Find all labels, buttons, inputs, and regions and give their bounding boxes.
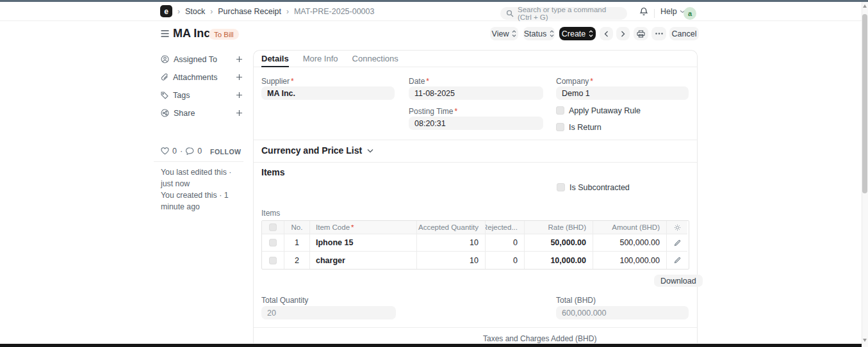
sidebar-toggle-icon[interactable] xyxy=(161,30,169,37)
rate-cell[interactable]: 10,000.00 xyxy=(525,252,593,269)
total-quantity-field[interactable]: 20 xyxy=(261,306,396,319)
sidebar-item-share[interactable]: Share xyxy=(161,108,243,118)
breadcrumb: › Stock › Purchase Receipt › MAT-PRE-202… xyxy=(177,2,374,21)
help-menu[interactable]: Help xyxy=(660,2,685,21)
col-no: No. xyxy=(284,221,310,234)
sidebar-item-label: Attachments xyxy=(173,73,217,82)
tab-connections[interactable]: Connections xyxy=(352,51,398,67)
breadcrumb-docname[interactable]: MAT-PRE-2025-00003 xyxy=(294,7,375,16)
comment-icon[interactable] xyxy=(186,147,194,155)
supplier-label: Supplier* xyxy=(261,77,294,86)
accepted-qty-cell[interactable]: 10 xyxy=(417,234,486,252)
scroll-down-arrow[interactable] xyxy=(863,339,867,342)
previous-document-button[interactable] xyxy=(600,27,613,40)
tab-more-info[interactable]: More Info xyxy=(303,51,338,67)
purchase-receipt-page: e › Stock › Purchase Receipt › MAT-PRE-2… xyxy=(0,0,868,347)
rejected-qty-cell[interactable]: 0 xyxy=(486,252,525,269)
add-tag-button[interactable] xyxy=(236,92,243,99)
dot-separator: · xyxy=(180,147,183,156)
select-all-checkbox[interactable] xyxy=(269,223,277,231)
col-item-code: Item Code* xyxy=(310,221,417,234)
section-divider xyxy=(254,140,697,140)
add-attachment-button[interactable] xyxy=(236,74,243,81)
share-icon xyxy=(161,109,169,117)
item-code-cell[interactable]: charger xyxy=(310,252,417,269)
status-button-label: Status xyxy=(524,29,546,38)
window-bottom-edge xyxy=(0,344,862,347)
required-marker: * xyxy=(426,77,429,86)
add-assignment-button[interactable] xyxy=(236,56,243,63)
navbar-divider xyxy=(654,9,655,18)
is-subcontracted-checkbox[interactable] xyxy=(557,183,565,191)
follow-button[interactable]: FOLLOW xyxy=(210,148,242,156)
company-field[interactable]: Demo 1 xyxy=(556,86,689,100)
sidebar-item-assigned-to[interactable]: Assigned To xyxy=(161,54,243,64)
posting-time-field[interactable]: 08:20:31 xyxy=(409,117,543,130)
erpnext-logo[interactable]: e xyxy=(160,5,172,17)
sidebar-item-label: Share xyxy=(174,109,195,118)
bell-icon[interactable] xyxy=(639,7,648,16)
global-search-input[interactable]: Search or type a command (Ctrl + G) xyxy=(500,7,627,20)
sidebar-item-tags[interactable]: Tags xyxy=(161,90,243,100)
total-quantity-label: Total Quantity xyxy=(261,296,308,305)
supplier-field[interactable]: MA Inc. xyxy=(261,86,395,100)
items-section-heading: Items xyxy=(261,167,285,177)
breadcrumb-stock[interactable]: Stock xyxy=(185,7,205,16)
chevron-right-icon: › xyxy=(286,7,289,16)
required-marker: * xyxy=(351,223,354,231)
heart-icon[interactable] xyxy=(161,147,169,155)
apply-putaway-rule-checkbox[interactable] xyxy=(556,106,564,115)
printer-icon xyxy=(637,30,645,38)
is-return-label: Is Return xyxy=(569,123,602,132)
download-button[interactable]: Download xyxy=(654,275,703,287)
form-card: Details More Info Connections Supplier* … xyxy=(253,50,698,343)
date-field[interactable]: 11-08-2025 xyxy=(409,86,543,100)
required-marker: * xyxy=(590,77,593,86)
col-amount: Amount (BHD) xyxy=(593,221,667,234)
items-table: No. Item Code* Accepted Quantity Rejecte… xyxy=(261,220,689,270)
sidebar-item-label: Assigned To xyxy=(174,55,217,64)
view-button[interactable]: View xyxy=(490,27,518,40)
cancel-button[interactable]: Cancel xyxy=(669,27,699,40)
row-edit-cell xyxy=(667,234,687,252)
status-badge[interactable]: To Bill xyxy=(209,29,239,40)
print-button[interactable] xyxy=(634,27,648,40)
sidebar-divider xyxy=(154,161,243,162)
amount-cell[interactable]: 100,000.00 xyxy=(593,252,667,269)
sidebar-item-attachments[interactable]: Attachments xyxy=(161,72,243,82)
like-count: 0 xyxy=(172,147,177,156)
edit-row-icon[interactable] xyxy=(674,239,681,246)
item-code-cell[interactable]: Iphone 15 xyxy=(310,234,417,252)
last-edited-text: You last edited this · just now xyxy=(161,167,242,190)
menu-button[interactable] xyxy=(651,27,666,40)
navbar: e › Stock › Purchase Receipt › MAT-PRE-2… xyxy=(0,2,862,21)
row-no-cell: 1 xyxy=(284,234,310,252)
is-return-checkbox[interactable] xyxy=(556,123,564,131)
scrollbar-thumb[interactable] xyxy=(862,14,867,193)
edit-row-icon[interactable] xyxy=(674,257,681,264)
is-subcontracted-label: Is Subcontracted xyxy=(569,183,630,192)
rate-cell[interactable]: 50,000.00 xyxy=(525,234,593,252)
select-all-cell xyxy=(262,221,284,234)
currency-price-list-section[interactable]: Currency and Price List xyxy=(261,145,373,156)
row-checkbox[interactable] xyxy=(269,239,277,246)
breadcrumb-purchase-receipt[interactable]: Purchase Receipt xyxy=(218,7,281,16)
col-settings xyxy=(667,221,687,234)
rejected-qty-cell[interactable]: 0 xyxy=(486,234,525,252)
company-label: Company* xyxy=(556,77,593,86)
tab-details[interactable]: Details xyxy=(261,51,289,67)
scroll-up-arrow[interactable] xyxy=(863,4,867,8)
amount-cell[interactable]: 500,000.00 xyxy=(593,234,667,252)
create-button[interactable]: Create xyxy=(559,27,596,40)
row-checkbox[interactable] xyxy=(269,257,277,264)
row-edit-cell xyxy=(667,252,687,269)
total-bhd-field[interactable]: 600,000.000 xyxy=(556,306,689,319)
user-avatar[interactable]: a xyxy=(684,7,696,20)
next-document-button[interactable] xyxy=(616,27,630,40)
status-button[interactable]: Status xyxy=(523,27,555,40)
row-select-cell xyxy=(262,252,284,269)
accepted-qty-cell[interactable]: 10 xyxy=(417,252,486,269)
gear-icon[interactable] xyxy=(674,224,681,231)
help-label: Help xyxy=(660,7,677,16)
add-share-button[interactable] xyxy=(236,109,243,117)
